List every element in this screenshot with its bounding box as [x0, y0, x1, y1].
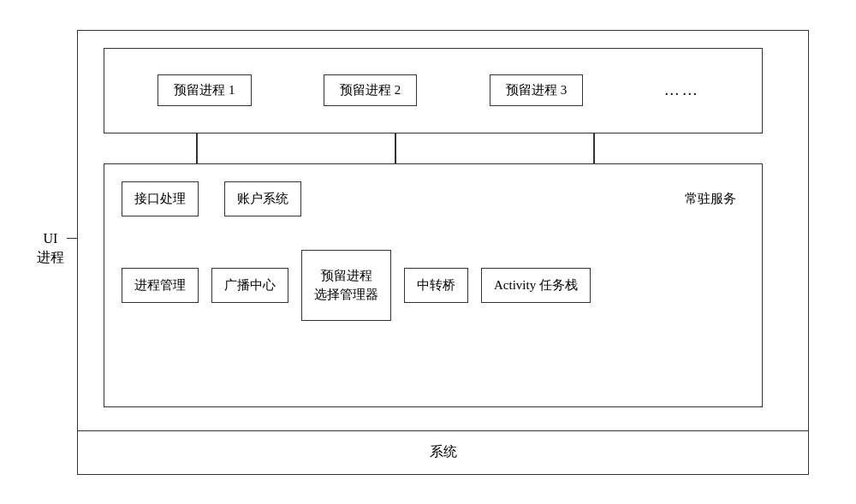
reserved-process-3: 预留进程 3 [490, 74, 583, 106]
account-system-box: 账户系统 [224, 181, 301, 216]
broadcast-center-box: 广播中心 [211, 268, 288, 303]
system-label: 系统 [430, 443, 457, 461]
ellipsis: …… [656, 81, 709, 99]
arrow-line-v2 [395, 133, 396, 164]
resident-services-label: 常驻服务 [685, 191, 745, 207]
top-row: 接口处理 账户系统 常驻服务 [122, 181, 745, 216]
reserved-processes-box: 预留进程 1 预留进程 2 预留进程 3 …… [104, 48, 763, 133]
reserved-process-2: 预留进程 2 [324, 74, 417, 106]
diagram-wrapper: UI 进程 预留进程 1 预留进程 2 预留进程 3 …… [34, 21, 822, 483]
main-outer-box: 预留进程 1 预留进程 2 预留进程 3 …… 接口处理 账户系统 常驻服 [77, 30, 809, 441]
system-process-box: 接口处理 账户系统 常驻服务 进程管理 广播中心 预留进程选择管理器 中转桥 A… [104, 163, 763, 407]
arrow-line-v [196, 133, 198, 164]
reserved-process-selector-box: 预留进程选择管理器 [301, 250, 391, 321]
ui-label-line2: 进程 [37, 248, 64, 267]
relay-bridge-box: 中转桥 [404, 268, 468, 303]
system-box: 系统 [77, 430, 809, 475]
activity-stack-box: Activity 任务栈 [481, 268, 591, 303]
ui-process-label: UI 进程 [34, 229, 67, 268]
process-management-box: 进程管理 [122, 268, 199, 303]
interface-processing-box: 接口处理 [122, 181, 199, 216]
bottom-row: 进程管理 广播中心 预留进程选择管理器 中转桥 Activity 任务栈 [122, 250, 745, 321]
arrow-line-v3 [593, 133, 595, 164]
ui-label-line1: UI [44, 229, 58, 248]
reserved-process-1: 预留进程 1 [158, 74, 251, 106]
